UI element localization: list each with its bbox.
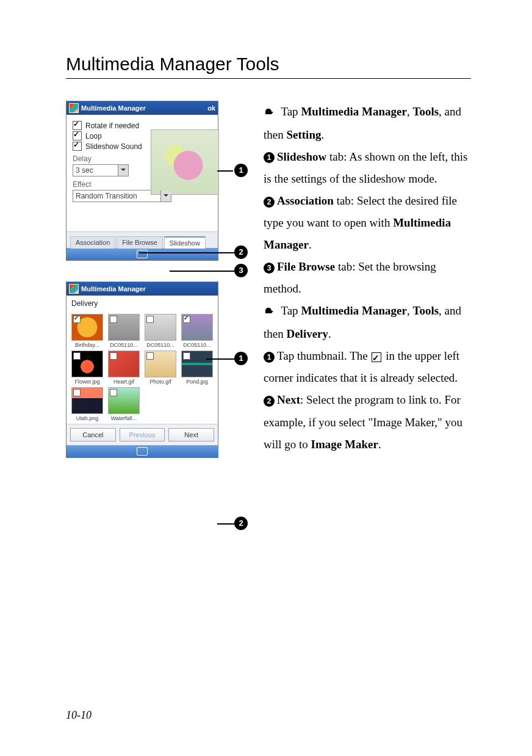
signal-icon xyxy=(185,104,194,112)
tab-slideshow[interactable]: Slideshow xyxy=(164,236,206,249)
instruction-delivery: Tap Multimedia Manager, Tools, and then … xyxy=(264,300,471,345)
checked-box-icon xyxy=(372,352,381,362)
cancel-button[interactable]: Cancel xyxy=(70,428,116,442)
delay-combo[interactable]: 3 sec xyxy=(73,164,129,176)
tab-file-browse[interactable]: File Browse xyxy=(117,236,162,249)
start-flag-icon xyxy=(69,284,79,294)
thumbnail-image xyxy=(71,351,103,377)
thumbnail[interactable]: Waterfall... xyxy=(107,387,141,421)
label-sound: Slideshow Sound xyxy=(85,142,142,151)
leader-line xyxy=(217,170,233,172)
bullet-number-2: 2 xyxy=(264,197,275,208)
thumbnail[interactable]: Pond.jpg xyxy=(180,351,214,385)
thumbnail-grid: Birthday...DC05110...DC05110...DC05110..… xyxy=(66,311,218,424)
device-screenshot-settings: Multimedia Manager ok Rotate if needed L… xyxy=(66,101,218,261)
label-loop: Loop xyxy=(85,132,102,140)
svg-point-1 xyxy=(267,308,270,310)
bullet-slideshow: 1Slideshow tab: As shown on the left, th… xyxy=(264,146,471,190)
page-number: 10-10 xyxy=(66,709,92,722)
bullet-number-3: 3 xyxy=(264,263,275,274)
thumbnail-image xyxy=(181,351,213,377)
connectivity-icon xyxy=(174,104,183,112)
leader-line xyxy=(170,271,234,272)
delivery-header: Delivery xyxy=(71,299,213,308)
delay-value: 3 sec xyxy=(73,166,118,175)
titlebar: Multimedia Manager ok xyxy=(66,101,218,115)
thumbnail-caption: DC05110... xyxy=(183,342,211,348)
checkbox-sound[interactable] xyxy=(73,142,82,151)
thumbnail-image xyxy=(71,314,103,341)
tap-icon xyxy=(264,301,276,323)
thumbnail[interactable]: Flower.jpg xyxy=(70,351,104,385)
signal-icon xyxy=(196,285,204,293)
selection-checkbox-icon xyxy=(183,316,190,323)
thumbnail-image xyxy=(108,351,140,377)
label-rotate: Rotate if needed xyxy=(85,122,139,130)
chevron-down-icon xyxy=(118,165,128,176)
selection-checkbox-icon xyxy=(73,316,81,323)
app-title: Multimedia Manager xyxy=(81,285,182,293)
thumbnail[interactable]: DC05110... xyxy=(107,314,141,348)
content-columns: Multimedia Manager ok Rotate if needed L… xyxy=(66,101,471,458)
app-title: Multimedia Manager xyxy=(81,104,172,112)
callout-bubble-1: 1 xyxy=(234,164,248,177)
callout-bubble-3: 3 xyxy=(234,264,248,277)
thumbnail[interactable]: Utah.png xyxy=(70,387,104,421)
leader-line xyxy=(206,358,234,360)
thumbnail-caption: Flower.jpg xyxy=(74,379,99,385)
next-button[interactable]: Next xyxy=(168,428,214,442)
previous-button[interactable]: Previous xyxy=(120,428,165,442)
checkbox-loop[interactable] xyxy=(73,131,82,140)
button-row: Cancel Previous Next xyxy=(66,424,218,445)
thumbnail-image xyxy=(108,314,140,341)
thumbnail-image xyxy=(145,351,176,377)
volume-icon xyxy=(207,285,215,293)
thumbnail-image xyxy=(145,314,176,341)
thumbnail-image xyxy=(181,314,213,341)
title-rule xyxy=(66,78,471,79)
volume-icon xyxy=(196,104,205,112)
selection-checkbox-icon xyxy=(73,352,81,360)
bullet-next: 2Next: Select the program to link to. Fo… xyxy=(264,389,471,455)
thumbnail[interactable]: Birthday... xyxy=(70,314,104,348)
thumbnail[interactable]: Photo.gif xyxy=(143,351,178,385)
bullet-tap-thumbnail: 1Tap thumbnail. The in the upper left co… xyxy=(264,345,471,389)
thumbnail[interactable]: Heart.gif xyxy=(107,351,141,385)
effect-value: Random Transition xyxy=(73,192,160,200)
ok-button[interactable]: ok xyxy=(207,104,215,112)
connectivity-icon xyxy=(185,285,193,293)
device-screenshot-delivery: Multimedia Manager Delivery Birthday...D… xyxy=(66,282,218,458)
right-column: Tap Multimedia Manager, Tools, and then … xyxy=(264,101,471,456)
page-title: Multimedia Manager Tools xyxy=(66,54,471,75)
selection-checkbox-icon xyxy=(110,389,117,396)
svg-point-0 xyxy=(267,109,270,111)
checkbox-rotate[interactable] xyxy=(73,121,82,130)
tab-association[interactable]: Association xyxy=(70,236,115,249)
selection-checkbox-icon xyxy=(110,352,117,360)
thumbnail-caption: Photo.gif xyxy=(149,379,171,385)
start-flag-icon xyxy=(69,103,79,113)
bullet-number-2: 2 xyxy=(264,396,275,407)
titlebar: Multimedia Manager xyxy=(66,282,218,296)
preview-image xyxy=(151,129,219,195)
leader-line xyxy=(139,252,234,253)
thumbnail[interactable]: DC05110... xyxy=(180,314,214,348)
thumbnail-caption: Utah.png xyxy=(76,415,99,421)
tabs-strip: Association File Browse Slideshow xyxy=(66,231,218,260)
selection-checkbox-icon xyxy=(146,316,154,323)
tap-icon xyxy=(264,102,276,124)
chevron-down-icon xyxy=(160,191,171,202)
keyboard-icon[interactable] xyxy=(137,447,148,456)
selection-checkbox-icon xyxy=(73,389,81,396)
thumbnail-caption: Birthday... xyxy=(75,342,99,348)
thumbnail-image xyxy=(71,387,103,414)
left-column: Multimedia Manager ok Rotate if needed L… xyxy=(66,101,249,458)
instruction-setting: Tap Multimedia Manager, Tools, and then … xyxy=(264,101,471,146)
thumbnail[interactable]: DC05110... xyxy=(143,314,178,348)
leader-line xyxy=(217,523,234,525)
keyboard-icon[interactable] xyxy=(137,250,148,258)
selection-checkbox-icon xyxy=(183,352,190,360)
selection-checkbox-icon xyxy=(146,352,154,360)
bullet-association: 2Association tab: Select the desired fil… xyxy=(264,190,471,256)
sip-bar xyxy=(66,248,218,260)
